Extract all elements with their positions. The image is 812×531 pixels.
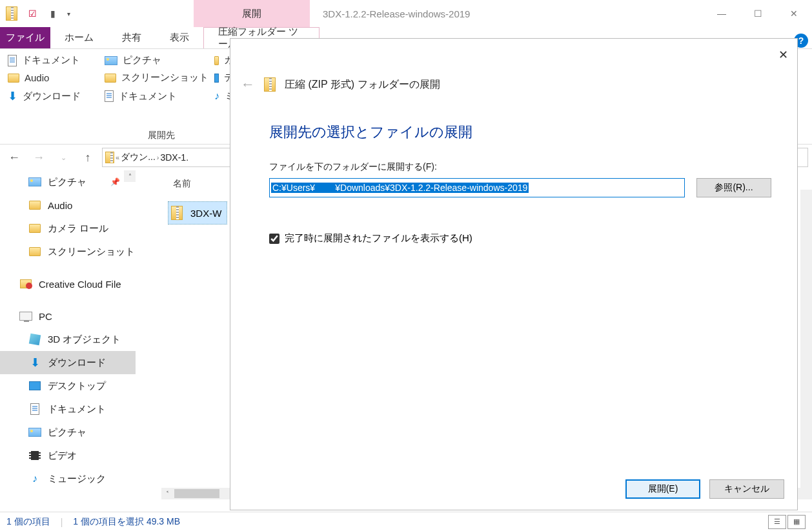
- file-row[interactable]: 3DX-W: [168, 201, 227, 225]
- tree-item[interactable]: Audio: [0, 194, 136, 217]
- dialog-close-button[interactable]: ✕: [778, 48, 788, 62]
- breadcrumb-segment[interactable]: 3DX-1.: [160, 152, 188, 163]
- dialog-heading: 展開先の選択とファイルの展開: [230, 93, 797, 142]
- extract-path-input[interactable]: C:¥Users¥ ¥Downloads¥3DX-1.2.2-Release-w…: [269, 178, 685, 197]
- qat-properties-icon[interactable]: ☑: [26, 7, 39, 20]
- show-files-checkbox[interactable]: [269, 234, 279, 244]
- extract-dialog: ✕ ← 圧縮 (ZIP 形式) フォルダーの展開 展開先の選択とファイルの展開 …: [230, 38, 798, 510]
- extract-path-label: ファイルを下のフォルダーに展開する(F):: [269, 161, 771, 173]
- tree-item[interactable]: ピクチャ📌: [0, 170, 136, 194]
- music-icon: ♪: [214, 90, 219, 102]
- dialog-back-button[interactable]: ←: [241, 76, 255, 93]
- status-item-count: 1 個の項目: [6, 516, 50, 528]
- tree-item[interactable]: スクリーンショット: [0, 240, 136, 263]
- scroll-left-icon[interactable]: ˂: [161, 488, 173, 499]
- tree-item-label: カメラ ロール: [48, 223, 108, 235]
- extract-button[interactable]: 展開(E): [625, 479, 700, 499]
- folder-icon: [28, 246, 41, 257]
- tree-item-label: ドキュメント: [48, 403, 106, 416]
- tree-item-label: ダウンロード: [48, 357, 106, 369]
- nav-back-button[interactable]: ←: [4, 148, 25, 167]
- nav-up-button[interactable]: ↑: [77, 148, 98, 167]
- column-header-name[interactable]: 名前: [173, 178, 191, 190]
- tree-item-label: スクリーンショット: [48, 246, 135, 258]
- music-icon: ♪: [28, 473, 41, 485]
- cc-icon: [19, 278, 32, 290]
- tree-item[interactable]: カメラ ロール: [0, 217, 136, 240]
- tree-item-label: 3D オブジェクト: [48, 334, 121, 346]
- tree-item-label: ピクチャ: [48, 176, 86, 188]
- nav-forward-button[interactable]: →: [28, 148, 49, 167]
- download-icon: ⬇: [8, 89, 17, 103]
- tree-item[interactable]: ビデオ: [0, 444, 136, 467]
- breadcrumb-segment[interactable]: ダウン...: [121, 152, 156, 163]
- pc-icon: [19, 310, 32, 322]
- nav-recent-dropdown[interactable]: ⌄: [53, 148, 74, 167]
- down-icon: ⬇: [28, 357, 41, 368]
- tree-item-label: デスクトップ: [48, 380, 106, 392]
- folder-icon: [28, 223, 41, 234]
- doc-icon: [28, 403, 41, 415]
- zip-app-icon: [5, 7, 18, 20]
- tree-scroll-up-icon[interactable]: ˄: [124, 170, 136, 182]
- tree-item[interactable]: ドキュメント: [0, 397, 136, 421]
- 3d-icon: [28, 334, 41, 345]
- quick-access-toolbar: ☑ ▮ ▾: [0, 0, 76, 27]
- dest-screenshots[interactable]: スクリーンショット: [105, 72, 214, 84]
- breadcrumb-zip-icon: [105, 152, 114, 163]
- tree-item[interactable]: PC: [0, 305, 136, 328]
- view-icons-button[interactable]: ▦: [787, 515, 806, 529]
- qat-new-folder-icon[interactable]: ▮: [46, 7, 59, 20]
- scrollbar-thumb[interactable]: [174, 489, 219, 498]
- desktop-icon: [214, 74, 219, 83]
- tree-item[interactable]: ピクチャ: [0, 421, 136, 444]
- dest-downloads[interactable]: ⬇ダウンロード: [8, 89, 105, 103]
- vertical-scrollbar[interactable]: [800, 190, 812, 488]
- tab-view[interactable]: 表示: [156, 27, 203, 48]
- pic-icon: [28, 176, 41, 188]
- tab-share[interactable]: 共有: [108, 27, 156, 48]
- vid-icon: [28, 450, 41, 461]
- qat-customize-dropdown[interactable]: ▾: [67, 10, 70, 17]
- tree-item-label: PC: [39, 311, 52, 322]
- contextual-tab-header: 展開: [194, 0, 310, 27]
- folder-icon: [105, 74, 116, 83]
- tree-item[interactable]: 3D オブジェクト: [0, 328, 136, 351]
- tree-item[interactable]: デスクトップ: [0, 374, 136, 397]
- tree-item-label: ビデオ: [48, 450, 77, 462]
- maximize-button[interactable]: ☐: [740, 0, 776, 27]
- show-files-checkbox-row[interactable]: 完了時に展開されたファイルを表示する(H): [269, 232, 771, 245]
- tree-item-label: Creative Cloud File: [39, 279, 121, 290]
- folder-icon: [214, 56, 219, 65]
- document-icon: [8, 55, 17, 66]
- status-selection: 1 個の項目を選択 49.3 MB: [73, 516, 180, 528]
- tree-item[interactable]: Creative Cloud File: [0, 272, 136, 296]
- tree-item[interactable]: ♪ミュージック: [0, 467, 136, 490]
- window-title: 3DX-1.2.2-Release-windows-2019: [310, 0, 704, 27]
- dest-documents[interactable]: ドキュメント: [8, 54, 105, 66]
- tree-item[interactable]: ⬇ダウンロード: [0, 351, 136, 374]
- dest-audio[interactable]: Audio: [8, 72, 105, 84]
- dialog-title: 圧縮 (ZIP 形式) フォルダーの展開: [285, 78, 440, 92]
- pic-icon: [28, 426, 41, 438]
- pin-icon: 📌: [110, 177, 120, 186]
- extract-path-value: C:¥Users¥ ¥Downloads¥3DX-1.2.2-Release-w…: [271, 183, 529, 193]
- file-name: 3DX-W: [190, 208, 221, 219]
- status-bar: 1 個の項目 | 1 個の項目を選択 49.3 MB ☰ ▦: [0, 512, 812, 531]
- cancel-button[interactable]: キャンセル: [709, 479, 784, 499]
- window-controls: — ☐ ✕: [704, 0, 812, 27]
- zip-icon: [264, 77, 276, 92]
- dest-pictures[interactable]: ピクチャ: [105, 54, 214, 66]
- tab-file[interactable]: ファイル: [0, 27, 50, 48]
- navigation-tree: ピクチャ📌Audioカメラ ロールスクリーンショットCreative Cloud…: [0, 170, 136, 499]
- chevron-right-icon[interactable]: ›: [157, 154, 159, 161]
- close-button[interactable]: ✕: [776, 0, 812, 27]
- zip-file-icon: [171, 206, 183, 220]
- view-details-button[interactable]: ☰: [768, 515, 786, 529]
- minimize-button[interactable]: —: [704, 0, 740, 27]
- tree-item-label: ミュージック: [48, 473, 106, 485]
- tab-home[interactable]: ホーム: [50, 27, 108, 48]
- folder-icon: [8, 74, 19, 83]
- dest-documents2[interactable]: ドキュメント: [105, 89, 214, 103]
- browse-button[interactable]: 参照(R)...: [696, 178, 771, 197]
